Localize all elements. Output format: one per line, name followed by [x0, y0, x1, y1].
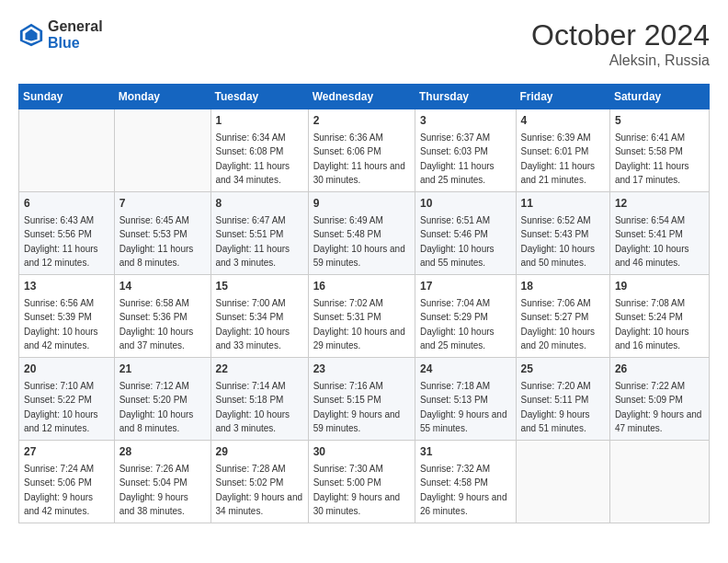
daylight-info: Daylight: 10 hours and 16 minutes.	[615, 327, 689, 350]
sunrise-info: Sunrise: 7:22 AM	[615, 381, 685, 391]
daylight-info: Daylight: 10 hours and 29 minutes.	[313, 327, 405, 350]
day-number: 4	[521, 113, 605, 129]
sunset-info: Sunset: 5:18 PM	[216, 395, 284, 405]
calendar-cell: 1Sunrise: 6:34 AMSunset: 6:08 PMDaylight…	[210, 109, 308, 192]
day-number: 14	[119, 279, 206, 294]
day-number: 13	[24, 279, 109, 294]
sunset-info: Sunset: 5:39 PM	[24, 312, 92, 322]
logo: General Blue	[18, 18, 103, 52]
sunrise-info: Sunrise: 6:39 AM	[521, 132, 591, 143]
calendar-week-row: 1Sunrise: 6:34 AMSunset: 6:08 PMDaylight…	[19, 109, 710, 192]
calendar-cell: 13Sunrise: 6:56 AMSunset: 5:39 PMDayligh…	[19, 275, 115, 358]
sunset-info: Sunset: 5:11 PM	[521, 395, 589, 405]
sunrise-info: Sunrise: 7:02 AM	[313, 298, 383, 308]
sunset-info: Sunset: 5:27 PM	[521, 312, 589, 322]
daylight-info: Daylight: 11 hours and 34 minutes.	[216, 161, 290, 185]
sunrise-info: Sunrise: 7:18 AM	[420, 381, 490, 391]
calendar-cell: 20Sunrise: 7:10 AMSunset: 5:22 PMDayligh…	[19, 358, 115, 441]
daylight-info: Daylight: 10 hours and 37 minutes.	[119, 327, 194, 350]
day-number: 29	[216, 444, 303, 460]
sunset-info: Sunset: 5:34 PM	[216, 312, 284, 322]
sunset-info: Sunset: 4:58 PM	[420, 477, 488, 488]
sunrise-info: Sunrise: 6:52 AM	[521, 215, 591, 225]
sunrise-info: Sunrise: 6:47 AM	[216, 215, 286, 225]
col-header-tuesday: Tuesday	[210, 85, 308, 109]
sunset-info: Sunset: 5:00 PM	[313, 477, 381, 488]
day-number: 7	[119, 196, 206, 212]
sunset-info: Sunset: 5:31 PM	[313, 312, 381, 322]
daylight-info: Daylight: 9 hours and 26 minutes.	[420, 492, 507, 516]
col-header-friday: Friday	[516, 85, 609, 109]
sunrise-info: Sunrise: 6:54 AM	[615, 215, 685, 225]
col-header-saturday: Saturday	[609, 85, 709, 109]
calendar-cell: 6Sunrise: 6:43 AMSunset: 5:56 PMDaylight…	[19, 192, 115, 275]
sunrise-info: Sunrise: 7:04 AM	[420, 298, 490, 308]
sunrise-info: Sunrise: 7:14 AM	[216, 381, 286, 391]
day-number: 30	[313, 444, 410, 460]
daylight-info: Daylight: 11 hours and 8 minutes.	[119, 244, 194, 268]
sunset-info: Sunset: 5:09 PM	[615, 395, 683, 405]
calendar-cell: 7Sunrise: 6:45 AMSunset: 5:53 PMDaylight…	[114, 192, 210, 275]
day-number: 19	[615, 279, 704, 294]
sunset-info: Sunset: 5:22 PM	[24, 395, 92, 405]
sunrise-info: Sunrise: 7:26 AM	[119, 464, 189, 474]
calendar-cell: 24Sunrise: 7:18 AMSunset: 5:13 PMDayligh…	[415, 358, 516, 441]
daylight-info: Daylight: 10 hours and 25 minutes.	[420, 327, 495, 350]
day-number: 28	[119, 444, 206, 460]
page-header: General Blue October 2024 Aleksin, Russi…	[18, 18, 710, 69]
day-number: 3	[420, 113, 511, 129]
calendar-cell: 8Sunrise: 6:47 AMSunset: 5:51 PMDaylight…	[210, 192, 308, 275]
daylight-info: Daylight: 9 hours and 47 minutes.	[615, 409, 702, 433]
day-number: 31	[420, 444, 511, 460]
sunrise-info: Sunrise: 7:24 AM	[24, 464, 94, 474]
sunset-info: Sunset: 5:51 PM	[216, 229, 284, 239]
daylight-info: Daylight: 10 hours and 55 minutes.	[420, 244, 495, 268]
sunset-info: Sunset: 6:03 PM	[420, 146, 488, 156]
month-title: October 2024	[531, 18, 710, 52]
calendar-cell: 9Sunrise: 6:49 AMSunset: 5:48 PMDaylight…	[308, 192, 415, 275]
calendar-week-row: 20Sunrise: 7:10 AMSunset: 5:22 PMDayligh…	[19, 358, 710, 441]
sunrise-info: Sunrise: 6:58 AM	[119, 298, 189, 308]
day-number: 9	[313, 196, 410, 212]
calendar-header-row: SundayMondayTuesdayWednesdayThursdayFrid…	[19, 85, 710, 109]
daylight-info: Daylight: 9 hours and 34 minutes.	[216, 492, 303, 516]
sunrise-info: Sunrise: 7:06 AM	[521, 298, 591, 308]
sunset-info: Sunset: 5:13 PM	[420, 395, 488, 405]
col-header-wednesday: Wednesday	[308, 85, 415, 109]
day-number: 16	[313, 279, 410, 294]
col-header-thursday: Thursday	[415, 85, 516, 109]
calendar-cell: 31Sunrise: 7:32 AMSunset: 4:58 PMDayligh…	[415, 441, 516, 523]
calendar-cell: 12Sunrise: 6:54 AMSunset: 5:41 PMDayligh…	[609, 192, 709, 275]
day-number: 5	[615, 113, 704, 129]
day-number: 10	[420, 196, 511, 212]
daylight-info: Daylight: 10 hours and 33 minutes.	[216, 327, 290, 350]
sunrise-info: Sunrise: 6:37 AM	[420, 132, 490, 143]
sunset-info: Sunset: 5:41 PM	[615, 229, 683, 239]
sunset-info: Sunset: 5:56 PM	[24, 229, 92, 239]
day-number: 6	[24, 196, 109, 212]
sunset-info: Sunset: 5:15 PM	[313, 395, 381, 405]
sunset-info: Sunset: 6:08 PM	[216, 146, 284, 156]
calendar-cell: 18Sunrise: 7:06 AMSunset: 5:27 PMDayligh…	[516, 275, 609, 358]
daylight-info: Daylight: 9 hours and 30 minutes.	[313, 492, 401, 516]
day-number: 12	[615, 196, 704, 212]
daylight-info: Daylight: 9 hours and 59 minutes.	[313, 409, 401, 433]
daylight-info: Daylight: 11 hours and 12 minutes.	[24, 244, 98, 268]
daylight-info: Daylight: 9 hours and 38 minutes.	[119, 492, 188, 516]
sunrise-info: Sunrise: 7:30 AM	[313, 464, 383, 474]
daylight-info: Daylight: 11 hours and 21 minutes.	[521, 161, 596, 185]
daylight-info: Daylight: 10 hours and 50 minutes.	[521, 244, 596, 268]
calendar-week-row: 13Sunrise: 6:56 AMSunset: 5:39 PMDayligh…	[19, 275, 710, 358]
sunrise-info: Sunrise: 6:56 AM	[24, 298, 94, 308]
sunset-info: Sunset: 5:46 PM	[420, 229, 488, 239]
calendar-cell: 11Sunrise: 6:52 AMSunset: 5:43 PMDayligh…	[516, 192, 609, 275]
day-number: 18	[521, 279, 605, 294]
sunset-info: Sunset: 5:20 PM	[119, 395, 188, 405]
daylight-info: Daylight: 10 hours and 8 minutes.	[119, 409, 194, 433]
sunrise-info: Sunrise: 7:00 AM	[216, 298, 286, 308]
sunset-info: Sunset: 5:06 PM	[24, 477, 92, 488]
calendar-cell: 28Sunrise: 7:26 AMSunset: 5:04 PMDayligh…	[114, 441, 210, 523]
calendar-cell: 10Sunrise: 6:51 AMSunset: 5:46 PMDayligh…	[415, 192, 516, 275]
calendar-cell: 3Sunrise: 6:37 AMSunset: 6:03 PMDaylight…	[415, 109, 516, 192]
sunrise-info: Sunrise: 6:34 AM	[216, 132, 286, 143]
